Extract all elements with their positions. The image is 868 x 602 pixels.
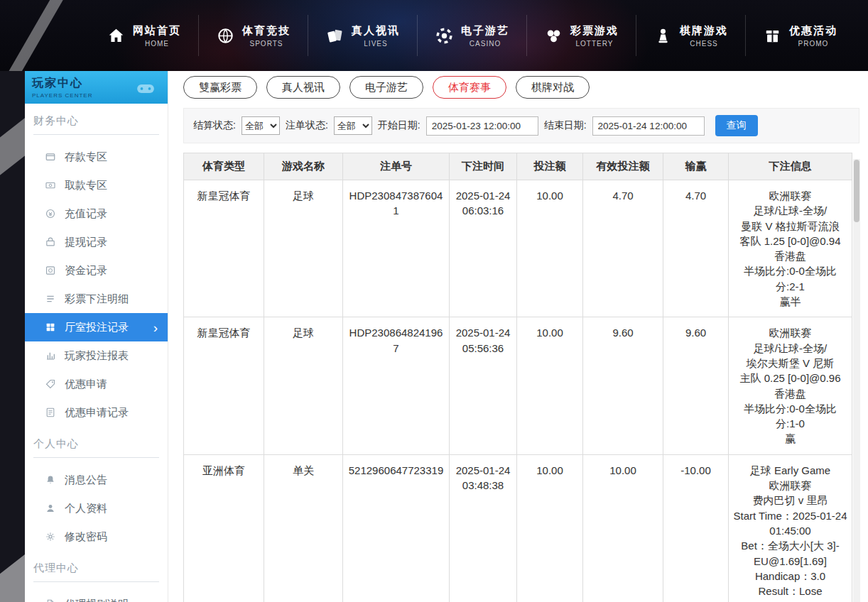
recharge-icon — [45, 208, 56, 219]
topnav-item-sports[interactable]: 体育竞技SPORTS — [198, 15, 308, 56]
topnav-item-chess[interactable]: 棋牌游戏CHESS — [636, 15, 745, 56]
topnav-items: 网站首页HOME体育竞技SPORTS真人视讯LIVES电子游艺CASINO彩票游… — [89, 15, 855, 56]
topnav-item-sub: PROMO — [798, 40, 829, 48]
sidebar-item[interactable]: 厅室投注记录› — [25, 313, 168, 341]
category-tabs: 雙赢彩票真人视讯电子游艺体育赛事棋牌对战 — [183, 76, 868, 99]
sidebar-item[interactable]: 资金记录 — [25, 256, 168, 285]
topnav-item-sub: HOME — [145, 40, 169, 48]
settle-status-select[interactable]: 全部 — [242, 116, 280, 135]
chess-icon — [653, 26, 673, 45]
topnav-item-casino[interactable]: 电子游艺CASINO — [417, 15, 526, 56]
sidebar-section: 代理中心代理规则说明 — [25, 562, 168, 602]
vertical-scrollbar[interactable] — [853, 159, 860, 602]
end-date-input[interactable] — [592, 116, 705, 136]
cashout-icon — [45, 236, 56, 248]
sidebar-item-label: 厅室投注记录 — [65, 321, 129, 334]
tab[interactable]: 真人视讯 — [266, 76, 340, 99]
topnav-item-lives[interactable]: 真人视讯LIVES — [308, 15, 417, 56]
cell-win-loss: 9.60 — [663, 317, 729, 454]
search-button[interactable]: 查询 — [715, 115, 758, 136]
gift-icon — [763, 26, 782, 45]
sidebar-item-label: 彩票下注明细 — [65, 292, 129, 306]
tab[interactable]: 棋牌对战 — [516, 76, 590, 99]
topnav-item-label: 电子游艺 — [461, 24, 509, 38]
sidebar: 玩家中心 PLAYERS CENTER 财务中心存款专区取款专区充值记录提现记录… — [25, 71, 168, 602]
cell-sport: 亚洲体育 — [184, 454, 264, 602]
topnav-item-label: 体育竞技 — [242, 24, 291, 38]
cell-bet-time: 2025-01-24 06:03:16 — [450, 180, 517, 317]
deposit-icon — [45, 151, 56, 163]
topnav-item-label: 彩票游戏 — [570, 24, 619, 38]
sidebar-item[interactable]: 个人资料 — [25, 494, 168, 522]
promo-record-icon — [45, 407, 56, 418]
topnav-item-sub: CASINO — [470, 40, 501, 48]
user-icon — [45, 503, 56, 514]
table-header: 输赢 — [663, 153, 729, 180]
doc-icon — [45, 598, 56, 602]
cell-bet-amount: 10.00 — [517, 454, 583, 602]
topnav-item-lottery[interactable]: 彩票游戏LOTTERY — [526, 15, 636, 56]
topnav-item-text: 棋牌游戏CHESS — [680, 24, 728, 48]
withdraw-icon — [45, 180, 56, 191]
page-body: 玩家中心 PLAYERS CENTER 财务中心存款专区取款专区充值记录提现记录… — [0, 71, 868, 602]
sidebar-item[interactable]: 彩票下注明细 — [25, 285, 168, 313]
sidebar-section-heading: 财务中心 — [33, 114, 159, 135]
cell-win-loss: -10.00 — [663, 454, 729, 602]
order-status-select[interactable]: 全部 — [334, 116, 372, 135]
cell-order-no: HDP2308473876041 — [343, 180, 450, 317]
topnav-item-home[interactable]: 网站首页HOME — [89, 15, 198, 56]
cell-sport: 新皇冠体育 — [184, 317, 264, 454]
sidebar-item-label: 存款专区 — [65, 150, 107, 164]
chip-icon — [435, 26, 454, 45]
topnav-item-text: 电子游艺CASINO — [461, 24, 509, 48]
table-header: 体育类型 — [184, 153, 264, 180]
sidebar-item-label: 提现记录 — [65, 236, 107, 249]
sidebar-item-label: 修改密码 — [65, 530, 107, 544]
sidebar-item[interactable]: 优惠申请记录 — [25, 398, 168, 427]
sidebar-item[interactable]: 提现记录 — [25, 228, 168, 256]
cell-order-no: 5212960647723319 — [343, 454, 450, 602]
chevron-right-icon: › — [153, 321, 161, 334]
sidebar-sections: 财务中心存款专区取款专区充值记录提现记录资金记录彩票下注明细厅室投注记录›玩家投… — [25, 114, 168, 602]
cell-bet-info: 欧洲联赛 足球/让球-全场/ 曼联 V 格拉斯哥流浪 客队 1.25 [0-0]… — [729, 180, 852, 317]
sidebar-item-label: 个人资料 — [65, 502, 107, 515]
table-row: 亚洲体育单关52129606477233192025-01-24 03:48:3… — [184, 454, 852, 602]
funds-icon — [45, 265, 56, 276]
bets-table: 体育类型游戏名称注单号下注时间投注额有效投注额输赢下注信息 新皇冠体育足球HDP… — [183, 153, 852, 602]
cell-bet-info: 欧洲联赛 足球/让球-全场/ 埃尔夫斯堡 V 尼斯 主队 0.25 [0-0]@… — [729, 317, 852, 454]
report-icon — [45, 350, 56, 361]
sidebar-item[interactable]: 优惠申请 — [25, 370, 168, 398]
sports-icon — [216, 26, 235, 45]
sidebar-section-heading: 代理中心 — [33, 562, 159, 582]
table-header-row: 体育类型游戏名称注单号下注时间投注额有效投注额输赢下注信息 — [184, 153, 852, 180]
topnav-item-label: 真人视讯 — [352, 24, 400, 38]
cards-icon — [325, 26, 345, 45]
sidebar-item[interactable]: 代理规则说明 — [25, 590, 168, 602]
start-date-input[interactable] — [426, 116, 538, 136]
table-header: 投注额 — [517, 153, 583, 180]
sidebar-item[interactable]: 存款专区 — [25, 143, 168, 171]
tab[interactable]: 电子游艺 — [349, 76, 423, 99]
sidebar-section: 财务中心存款专区取款专区充值记录提现记录资金记录彩票下注明细厅室投注记录›玩家投… — [25, 114, 168, 427]
sidebar-item[interactable]: 修改密码 — [25, 522, 168, 551]
sidebar-item[interactable]: 取款专区 — [25, 171, 168, 199]
table-header: 下注信息 — [729, 153, 852, 180]
tab[interactable]: 体育赛事 — [433, 76, 506, 99]
topnav-item-promo[interactable]: 优惠活动PROMO — [745, 15, 855, 56]
settle-status-label: 结算状态: — [193, 119, 236, 132]
sidebar-item[interactable]: 消息公告 — [25, 466, 168, 494]
sidebar-item-label: 消息公告 — [65, 474, 107, 487]
scrollbar-thumb[interactable] — [854, 160, 859, 222]
table-row: 新皇冠体育足球HDP23084738760412025-01-24 06:03:… — [184, 180, 852, 317]
topnav-item-label: 优惠活动 — [789, 24, 837, 38]
cell-valid-amount: 10.00 — [583, 454, 663, 602]
gamepad-icon — [132, 77, 159, 99]
cell-win-loss: 4.70 — [663, 180, 729, 317]
sidebar-item[interactable]: 玩家投注报表 — [25, 341, 168, 370]
topnav-item-sub: LIVES — [364, 40, 387, 48]
tab[interactable]: 雙赢彩票 — [183, 76, 257, 99]
filter-bar: 结算状态: 全部 注单状态: 全部 开始日期: 结束日期: 查询 — [183, 108, 859, 143]
topnav-item-label: 网站首页 — [133, 24, 181, 38]
sidebar-item[interactable]: 充值记录 — [25, 199, 168, 228]
main-content: 雙赢彩票真人视讯电子游艺体育赛事棋牌对战 结算状态: 全部 注单状态: 全部 开… — [168, 71, 868, 602]
